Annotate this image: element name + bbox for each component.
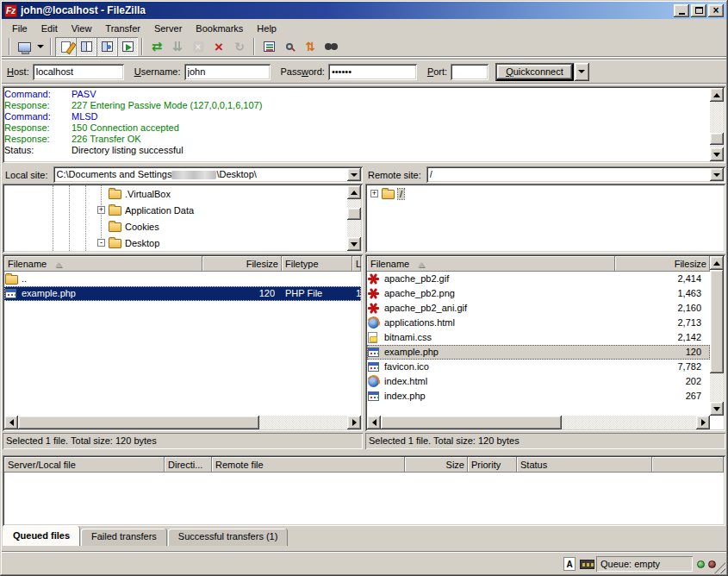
quickconnect-dropdown[interactable] [575,63,589,81]
local-tree-scrollbar[interactable] [347,185,361,251]
column-header-remote-file[interactable]: Remote file [212,457,405,473]
file-row[interactable]: favicon.ico 7,782 [367,360,710,374]
local-site-dropdown[interactable] [347,168,361,181]
column-header-server-local-file[interactable]: Server/Local file [4,457,165,473]
toggle-local-tree-button[interactable] [76,37,96,56]
column-header-lastmodified[interactable]: L [352,256,361,272]
column-header-filesize[interactable]: Filesize [202,256,282,272]
log-vertical-scrollbar[interactable] [710,88,724,161]
tree-item-root[interactable]: + / [367,185,724,202]
menu-item-help[interactable]: Help [250,22,283,35]
directory-filters-button[interactable] [258,37,279,56]
scroll-left-button[interactable] [4,416,18,429]
scroll-up-button[interactable] [710,88,724,102]
queue-list-area[interactable] [4,473,724,524]
tab-failed-transfers[interactable]: Failed transfers [81,529,167,546]
file-row-example-php[interactable]: example.php 120 PHP File 1 [4,286,361,301]
scroll-up-button[interactable] [347,185,361,199]
find-files-button[interactable] [320,37,341,56]
host-input[interactable] [33,64,124,80]
port-input[interactable] [451,64,488,80]
file-row[interactable]: apache_pb2.gif 2,414 [367,272,710,286]
column-header-direction[interactable]: Directi... [165,457,212,473]
title-bar[interactable]: Fz john@localhost - FileZilla × [2,2,726,19]
maximize-button[interactable] [691,4,706,17]
column-header-filename[interactable]: Filename [367,256,615,272]
expand-icon[interactable]: + [370,190,378,197]
local-site-combo[interactable]: C:\Documents and Settings\Desktop\ [53,166,363,183]
menu-item-server[interactable]: Server [147,22,189,35]
scrollbar-thumb[interactable] [710,270,724,373]
menu-item-view[interactable]: View [65,22,99,35]
column-header-filesize[interactable]: Filesize [615,256,710,272]
file-row[interactable]: apache_pb2.png 1,463 [367,286,710,301]
disconnect-button[interactable] [208,37,229,56]
directory-comparison-button[interactable] [279,37,300,56]
toggle-remote-tree-button[interactable] [96,37,117,56]
file-row-selected[interactable]: example.php 120 [367,345,710,360]
expand-icon[interactable]: + [97,206,105,214]
site-manager-icon [18,42,31,52]
file-row[interactable]: apache_pb2_ani.gif 2,160 [367,301,710,316]
file-row[interactable]: bitnami.css 2,142 [367,330,710,345]
collapse-icon[interactable]: - [97,239,105,247]
refresh-button[interactable] [146,37,167,56]
scroll-right-button[interactable] [347,416,361,429]
site-manager-dropdown[interactable] [34,37,47,56]
process-queue-button[interactable] [167,37,188,56]
reconnect-button[interactable] [229,37,250,56]
menu-bar: File Edit View Transfer Server Bookmarks… [2,20,726,36]
tree-item-virtualbox[interactable]: .VirtualBox [4,185,361,202]
column-header-filetype[interactable]: Filetype [282,256,352,272]
file-row-parent-dir[interactable]: .. [4,272,361,286]
remote-site-dropdown[interactable] [710,168,724,181]
log-line: Response:150 Connection accepted [4,122,710,134]
scrollbar-thumb[interactable] [18,416,259,429]
scroll-up-button[interactable] [710,256,724,270]
username-input[interactable] [184,64,271,80]
tree-item-cookies[interactable]: Cookies [4,218,361,235]
column-header-priority[interactable]: Priority [468,457,517,473]
scroll-right-button[interactable] [696,416,710,429]
file-row[interactable]: index.php 267 [367,389,710,404]
synchronized-browsing-button[interactable] [300,37,320,56]
file-row[interactable]: index.html 202 [367,374,710,389]
close-button[interactable]: × [708,4,724,17]
image-file-icon [368,288,379,299]
tab-successful-transfers[interactable]: Successful transfers (1) [168,529,289,546]
menu-item-transfer[interactable]: Transfer [98,22,147,35]
scroll-down-button[interactable] [347,237,361,251]
toggle-queue-button[interactable] [117,37,138,56]
site-manager-button[interactable] [14,37,34,56]
arrow-down-icon [351,242,358,247]
password-input[interactable] [328,64,417,80]
tree-item-application-data[interactable]: + Application Data [4,202,361,218]
remote-vertical-scrollbar[interactable] [710,256,724,416]
column-header-status[interactable]: Status [517,457,652,473]
cancel-operation-button[interactable] [188,37,208,56]
column-header-size[interactable]: Size [405,457,468,473]
column-header-filename[interactable]: Filename [4,256,202,272]
remote-tree-content: + / [367,185,724,251]
remote-site-combo[interactable]: / [426,166,725,183]
menu-item-edit[interactable]: Edit [34,22,65,35]
menu-item-bookmarks[interactable]: Bookmarks [189,22,250,35]
tree-item-desktop[interactable]: - Desktop [4,235,361,251]
minimize-button[interactable] [674,4,689,17]
process-queue-icon [172,39,184,54]
quickconnect-button[interactable]: Quickconnect [495,63,574,81]
scrollbar-thumb[interactable] [347,208,361,220]
file-row[interactable]: applications.html 2,713 [367,316,710,330]
php-file-icon [5,289,16,298]
scrollbar-thumb[interactable] [381,416,562,429]
column-header-empty[interactable] [652,457,724,473]
scroll-down-button[interactable] [710,147,724,161]
scroll-left-button[interactable] [367,416,381,429]
local-horizontal-scrollbar[interactable] [4,416,361,429]
scroll-down-button[interactable] [710,402,724,416]
menu-item-file[interactable]: File [5,22,34,35]
tab-queued-files[interactable]: Queued files [3,526,80,546]
toggle-message-log-button[interactable] [55,37,76,56]
scrollbar-thumb[interactable] [710,133,724,145]
remote-horizontal-scrollbar[interactable] [367,416,710,429]
